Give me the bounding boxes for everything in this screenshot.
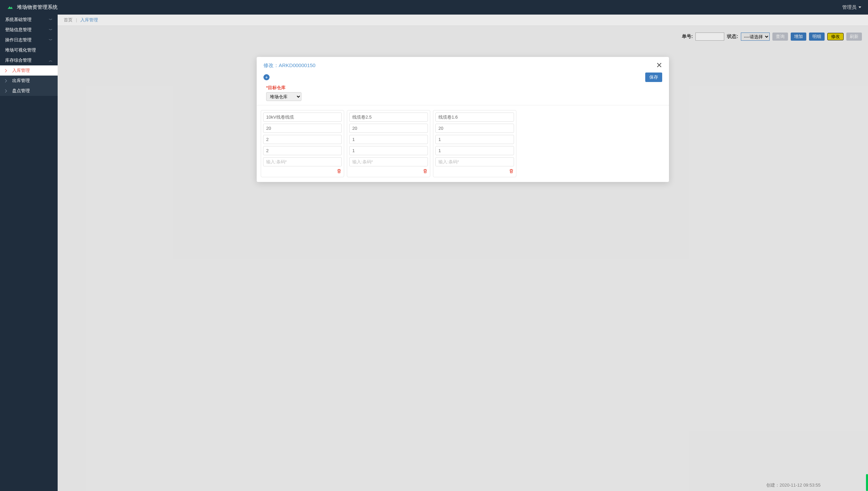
chevron-down-icon: ﹀ [49,38,53,43]
content: 首页 | 入库管理 单号: 状态: ----请选择---- 查询 增加 明细 修… [58,15,868,491]
sidebar-item-label: 库存综合管理 [5,57,32,63]
item-field-3-input[interactable] [349,135,428,144]
sidebar-sub-label: 盘点管理 [12,88,30,94]
save-button[interactable]: 保存 [645,73,662,82]
item-field-3-input[interactable] [263,135,342,144]
trash-icon[interactable] [422,168,428,175]
target-warehouse-label: *目标仓库 [266,85,662,91]
close-icon[interactable]: ✕ [656,62,662,69]
sidebar: 系统基础管理 ﹀ 登陆信息管理 ﹀ 操作日志管理 ﹀ 堆场可视化管理 库存综合管… [0,15,58,491]
navbar-left: 堆场物资管理系统 [7,4,58,11]
sidebar-item-inventory[interactable]: 库存综合管理 ︿ [0,55,58,65]
sidebar-item-label: 系统基础管理 [5,17,32,23]
logo-icon [7,4,14,11]
sidebar-sub-label: 出库管理 [12,78,30,84]
modal-toolbar: + 保存 [257,73,669,85]
item-name-input[interactable] [263,112,342,122]
target-warehouse-row: *目标仓库 堆场仓库 [257,85,669,105]
item-barcode-input[interactable] [435,157,514,166]
sidebar-sub-label: 入库管理 [12,67,30,74]
item-card [261,110,344,177]
sidebar-item-label: 登陆信息管理 [5,27,32,33]
sidebar-item-label: 堆场可视化管理 [5,47,36,53]
item-field-4-input[interactable] [263,146,342,155]
item-barcode-input[interactable] [349,157,428,166]
item-field-2-input[interactable] [263,124,342,133]
item-name-input[interactable] [349,112,428,122]
scrollbar-indicator[interactable] [866,474,868,491]
caret-down-icon [859,6,861,8]
sidebar-sub-stocktake[interactable]: 盘点管理 [0,86,58,96]
add-row-button[interactable]: + [263,74,270,80]
item-field-4-input[interactable] [435,146,514,155]
cards-area [257,105,669,182]
chevron-up-icon: ︿ [49,58,53,63]
app-title: 堆场物资管理系统 [17,4,58,11]
item-field-3-input[interactable] [435,135,514,144]
sidebar-item-yard-visual[interactable]: 堆场可视化管理 [0,45,58,55]
trash-icon[interactable] [336,168,342,175]
modal-title: 修改：ARKD00000150 [263,62,315,69]
item-field-2-input[interactable] [349,124,428,133]
user-name: 管理员 [842,4,856,11]
item-field-2-input[interactable] [435,124,514,133]
sidebar-submenu: 入库管理 出库管理 盘点管理 [0,65,58,96]
chevron-down-icon: ﹀ [49,27,53,33]
modal-overlay: 修改：ARKD00000150 ✕ + 保存 *目标仓库 堆场仓库 [58,15,868,491]
sidebar-item-login-info[interactable]: 登陆信息管理 ﹀ [0,25,58,35]
sidebar-item-system-base[interactable]: 系统基础管理 ﹀ [0,15,58,25]
user-menu[interactable]: 管理员 [842,4,861,11]
sidebar-item-op-log[interactable]: 操作日志管理 ﹀ [0,35,58,45]
trash-icon[interactable] [509,168,514,175]
modal-header: 修改：ARKD00000150 ✕ [257,57,669,73]
chevron-down-icon: ﹀ [49,17,53,22]
item-card [433,110,516,177]
target-warehouse-select[interactable]: 堆场仓库 [266,92,301,101]
item-barcode-input[interactable] [263,157,342,166]
item-field-4-input[interactable] [349,146,428,155]
edit-modal: 修改：ARKD00000150 ✕ + 保存 *目标仓库 堆场仓库 [257,57,669,182]
item-card [347,110,430,177]
sidebar-item-label: 操作日志管理 [5,37,32,43]
navbar: 堆场物资管理系统 管理员 [0,0,868,15]
item-name-input[interactable] [435,112,514,122]
sidebar-sub-inbound[interactable]: 入库管理 [0,65,58,76]
sidebar-sub-outbound[interactable]: 出库管理 [0,76,58,86]
